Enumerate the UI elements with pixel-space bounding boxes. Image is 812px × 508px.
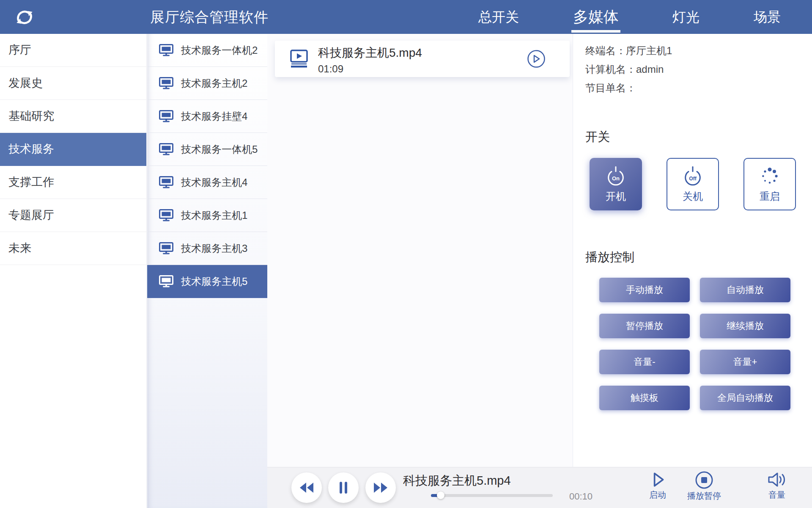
terminal-info: 终端名：序厅主机1 计算机名：admin 节目单名： [585,41,672,97]
media-file-info: 科技服务主机5.mp4 01:09 [318,45,422,75]
sidebar-item-jichuyanjiu[interactable]: 基础研究 [0,100,146,133]
active-tab-underline [571,30,620,33]
computer-name-value: admin [636,64,664,75]
monitor-icon [159,143,173,156]
progress-knob[interactable] [437,491,444,499]
pause-icon [337,481,349,494]
device-item[interactable]: 技术服务一体机5 [147,133,267,166]
video-file-icon [290,50,308,68]
start-label: 启动 [625,489,690,501]
monitor-icon [159,110,173,123]
svg-text:On: On [612,175,620,182]
volume-speaker-icon [767,471,787,489]
device-label: 技术服务主机3 [181,242,247,255]
touchpad-button[interactable]: 触摸板 [599,386,690,410]
resume-play-button[interactable]: 继续播放 [700,314,790,338]
tab-lighting[interactable]: 灯光 [669,0,703,34]
play-media-button[interactable] [527,50,546,68]
start-play-icon [649,471,667,489]
hall-sidebar: 序厅 发展史 基础研究 技术服务 支撑工作 专题展厅 未来 [0,34,147,508]
stop-circle-icon [695,471,713,489]
device-list: 技术服务一体机2 技术服务主机2 技术服务挂壁4 技术服务一体机5 技术服务主机… [147,34,267,508]
pause-button[interactable] [328,472,359,503]
restart-button[interactable]: 重启 [743,158,796,210]
monitor-icon [159,77,173,90]
start-control[interactable]: 启动 [625,471,690,501]
device-item[interactable]: 技术服务挂壁4 [147,100,267,133]
sidebar-item-xuting[interactable]: 序厅 [0,34,146,67]
volume-up-button[interactable]: 音量+ [700,350,790,374]
playback-section-title: 播放控制 [585,249,634,266]
progress-bar[interactable] [431,494,553,497]
sidebar-item-weilai[interactable]: 未来 [0,232,146,265]
monitor-icon [159,242,173,255]
rewind-icon [299,482,315,494]
monitor-icon [159,209,173,222]
power-off-icon: Off [682,165,704,187]
fast-forward-button[interactable] [365,472,396,503]
device-item[interactable]: 技术服务主机4 [147,166,267,199]
play-pause-control[interactable]: 播放暂停 [681,471,727,502]
sidebar-item-fazhanshi[interactable]: 发展史 [0,67,146,100]
power-on-label: 开机 [606,190,626,203]
terminal-name-value: 序厅主机1 [626,45,672,56]
fast-forward-icon [373,482,389,494]
tab-scene[interactable]: 场景 [750,0,784,34]
sidebar-item-jishufuwu-selected[interactable]: 技术服务 [0,133,146,166]
device-item[interactable]: 技术服务主机3 [147,232,267,265]
media-file-name: 科技服务主机5.mp4 [318,45,422,61]
monitor-icon [159,176,173,189]
terminal-control-panel: 终端名：序厅主机1 计算机名：admin 节目单名： 开关 On 开机 Off … [573,34,812,467]
power-on-icon: On [605,165,627,187]
computer-name-row: 计算机名：admin [585,60,672,79]
monitor-icon [159,44,173,57]
refresh-sync-icon[interactable] [13,6,36,29]
device-label: 技术服务一体机2 [181,44,258,57]
monitor-icon [159,275,173,288]
media-list-panel: 科技服务主机5.mp4 01:09 [267,34,573,467]
device-label: 技术服务一体机5 [181,143,258,156]
device-label: 技术服务主机1 [181,209,247,222]
volume-label: 音量 [745,489,809,501]
device-item[interactable]: 技术服务一体机2 [147,34,267,67]
tab-master-switch[interactable]: 总开关 [475,0,522,34]
top-bar: 展厅综合管理软件 总开关 多媒体 灯光 场景 [0,0,812,34]
restart-label: 重启 [760,190,780,203]
auto-play-button[interactable]: 自动播放 [700,278,790,302]
play-pause-label: 播放暂停 [681,490,727,502]
global-auto-play-button[interactable]: 全局自动播放 [700,386,790,410]
rewind-button[interactable] [291,472,322,503]
elapsed-time: 00:10 [569,491,593,502]
svg-text:Off: Off [689,176,697,182]
device-item[interactable]: 技术服务主机2 [147,67,267,100]
device-item-selected[interactable]: 技术服务主机5 [147,265,267,298]
restart-spinner-icon [759,165,781,187]
media-file-duration: 01:09 [318,63,422,75]
tab-multimedia[interactable]: 多媒体 [570,0,622,34]
media-item-card[interactable]: 科技服务主机5.mp4 01:09 [275,41,570,77]
power-off-label: 关机 [683,190,703,203]
power-section-title: 开关 [585,129,610,146]
app-title: 展厅综合管理软件 [144,0,275,34]
playback-button-grid: 手动播放 自动播放 暂停播放 继续播放 音量- 音量+ 触摸板 全局自动播放 [599,278,790,410]
device-label: 技术服务主机2 [181,77,247,90]
device-item[interactable]: 技术服务主机1 [147,199,267,232]
player-bar: 科技服务主机5.mp4 00:10 启动 播放暂停 音量 [267,467,812,508]
sidebar-item-zhichenggongzuo[interactable]: 支撑工作 [0,166,146,199]
device-label: 技术服务主机5 [181,275,247,288]
volume-down-button[interactable]: 音量- [599,350,690,374]
device-label: 技术服务挂壁4 [181,110,247,123]
sidebar-item-zhuantizhanting[interactable]: 专题展厅 [0,199,146,232]
device-label: 技术服务主机4 [181,176,247,189]
playlist-name-row: 节目单名： [585,79,672,97]
now-playing-filename: 科技服务主机5.mp4 [403,472,511,489]
power-on-button[interactable]: On 开机 [590,158,642,210]
pause-play-button[interactable]: 暂停播放 [599,314,690,338]
power-off-button[interactable]: Off 关机 [667,158,719,210]
volume-control[interactable]: 音量 [745,471,809,501]
terminal-name-row: 终端名：序厅主机1 [585,41,672,60]
manual-play-button[interactable]: 手动播放 [599,278,690,302]
